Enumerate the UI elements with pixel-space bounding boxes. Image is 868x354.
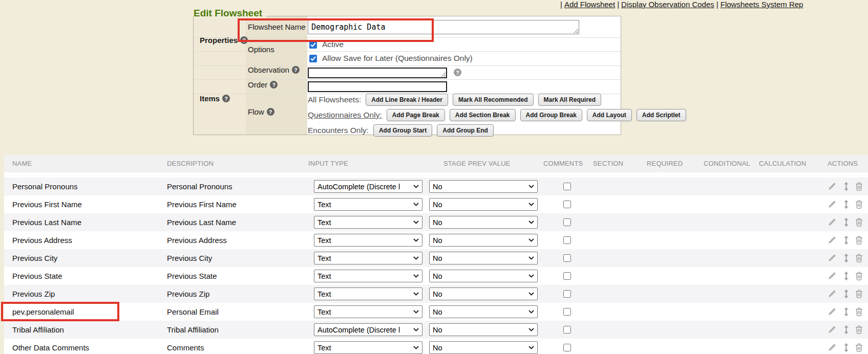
observation-input[interactable]	[308, 68, 447, 78]
row-name: Previous Last Name	[12, 213, 81, 231]
chevron-down-icon	[528, 328, 534, 331]
edit-pencil-icon[interactable]	[828, 325, 836, 336]
stage-prev-value-select[interactable]: No	[429, 216, 538, 229]
comments-checkbox[interactable]	[563, 236, 571, 244]
comments-checkbox[interactable]	[563, 344, 571, 351]
stage-prev-value-select[interactable]: No	[429, 305, 538, 318]
nav-link-display-observation-codes[interactable]: Display Observation Codes	[621, 0, 714, 9]
edit-pencil-icon[interactable]	[828, 254, 836, 264]
help-icon[interactable]: ?	[240, 36, 248, 44]
stage-prev-value: No	[433, 254, 526, 262]
add-section-break-button[interactable]: Add Section Break	[450, 109, 516, 121]
input-type-select[interactable]: Text	[314, 252, 422, 264]
delete-trash-icon[interactable]	[855, 343, 863, 354]
comments-checkbox[interactable]	[563, 272, 571, 280]
input-type-select[interactable]: Text	[314, 341, 422, 354]
input-type-select[interactable]: Text	[314, 234, 422, 247]
stage-prev-value-select[interactable]: No	[429, 198, 538, 211]
comments-checkbox[interactable]	[563, 183, 571, 190]
checkbox-checked-icon[interactable]	[309, 41, 317, 49]
stage-prev-value-select[interactable]: No	[429, 287, 538, 300]
edit-flowsheet-panel: Properties ? Items ? Flowsheet Name Opti…	[193, 16, 621, 135]
move-updown-icon[interactable]	[843, 217, 849, 229]
move-updown-icon[interactable]	[843, 271, 849, 283]
input-type-select[interactable]: Text	[314, 216, 422, 229]
edit-pencil-icon[interactable]	[828, 272, 836, 282]
delete-trash-icon[interactable]	[855, 307, 863, 318]
move-updown-icon[interactable]	[843, 307, 849, 319]
input-type-select[interactable]: Text	[314, 198, 422, 211]
option-row: Active	[309, 40, 344, 49]
mark-all-recommended-button[interactable]: Mark All Recommended	[453, 94, 534, 106]
comments-checkbox[interactable]	[563, 290, 571, 298]
row-name: Other Data Comments	[12, 339, 89, 354]
move-updown-icon[interactable]	[843, 289, 849, 301]
delete-trash-icon[interactable]	[855, 200, 863, 211]
move-updown-icon[interactable]	[843, 235, 849, 247]
properties-group-label: Properties ?	[200, 36, 248, 45]
comments-checkbox[interactable]	[563, 201, 571, 208]
input-type-select[interactable]: Text	[314, 270, 422, 282]
delete-trash-icon[interactable]	[855, 290, 863, 300]
observation-label-text: Observation	[248, 65, 289, 74]
nav-link-flowsheets-system-rep[interactable]: Flowsheets System Rep	[721, 0, 803, 9]
add-line-break-header-button[interactable]: Add Line Break / Header	[366, 94, 448, 106]
stage-prev-value-select[interactable]: No	[429, 270, 538, 282]
order-input[interactable]	[308, 81, 447, 92]
add-scriptlet-button[interactable]: Add Scriptlet	[637, 109, 686, 121]
resize-grip-icon[interactable]	[441, 72, 446, 77]
help-icon[interactable]: ?	[270, 81, 278, 88]
edit-pencil-icon[interactable]	[828, 343, 836, 354]
stage-prev-value-select[interactable]: No	[429, 323, 538, 336]
chevron-down-icon	[528, 346, 534, 349]
move-updown-icon[interactable]	[843, 253, 849, 265]
edit-pencil-icon[interactable]	[828, 236, 836, 247]
edit-pencil-icon[interactable]	[828, 182, 836, 193]
input-type-select[interactable]: Text	[314, 287, 422, 300]
help-icon[interactable]: ?	[292, 66, 300, 74]
add-group-break-button[interactable]: Add Group Break	[520, 109, 582, 121]
checkbox-checked-icon[interactable]	[309, 55, 317, 62]
flowsheet-name-input[interactable]: Demographic Data	[308, 20, 579, 34]
stage-prev-value-select[interactable]: No	[429, 252, 538, 264]
row-name: pev.personalemail	[12, 303, 74, 321]
row-name: Personal Pronouns	[12, 178, 78, 195]
stage-prev-value-select[interactable]: No	[429, 341, 538, 354]
input-type-select[interactable]: AutoComplete (Discrete l	[314, 323, 422, 336]
move-updown-icon[interactable]	[843, 182, 849, 193]
edit-pencil-icon[interactable]	[828, 290, 836, 300]
input-type-select[interactable]: Text	[314, 305, 422, 318]
add-group-end-button[interactable]: Add Group End	[437, 124, 494, 137]
add-layout-button[interactable]: Add Layout	[587, 109, 632, 121]
delete-trash-icon[interactable]	[855, 325, 863, 336]
stage-prev-value-select[interactable]: No	[429, 180, 538, 193]
help-icon[interactable]: ?	[267, 108, 274, 116]
comments-checkbox[interactable]	[563, 254, 571, 262]
edit-pencil-icon[interactable]	[828, 218, 836, 229]
delete-trash-icon[interactable]	[855, 182, 863, 193]
input-type-select[interactable]: AutoComplete (Discrete l	[314, 180, 422, 193]
option-label: Active	[322, 40, 344, 49]
add-group-start-button[interactable]: Add Group Start	[373, 124, 432, 137]
chevron-down-icon	[413, 220, 419, 224]
edit-pencil-icon[interactable]	[828, 307, 836, 318]
delete-trash-icon[interactable]	[855, 218, 863, 229]
mark-all-required-button[interactable]: Mark All Required	[538, 94, 602, 106]
table-row-previous-state: Previous State Previous State Text No	[4, 267, 868, 285]
move-updown-icon[interactable]	[843, 200, 849, 211]
comments-checkbox[interactable]	[563, 326, 571, 334]
move-updown-icon[interactable]	[843, 343, 849, 354]
stage-prev-value-select[interactable]: No	[429, 234, 538, 247]
help-icon[interactable]: ?	[222, 95, 230, 102]
comments-checkbox[interactable]	[563, 308, 571, 316]
observation-help-icon[interactable]: ?	[454, 69, 461, 76]
move-updown-icon[interactable]	[843, 325, 849, 337]
delete-trash-icon[interactable]	[855, 254, 863, 264]
edit-pencil-icon[interactable]	[828, 200, 836, 211]
comments-checkbox[interactable]	[563, 218, 571, 226]
delete-trash-icon[interactable]	[855, 236, 863, 247]
input-type-value: Text	[317, 201, 411, 209]
add-page-break-button[interactable]: Add Page Break	[387, 109, 445, 121]
delete-trash-icon[interactable]	[855, 272, 863, 282]
nav-link-add-flowsheet[interactable]: Add Flowsheet	[564, 0, 615, 9]
